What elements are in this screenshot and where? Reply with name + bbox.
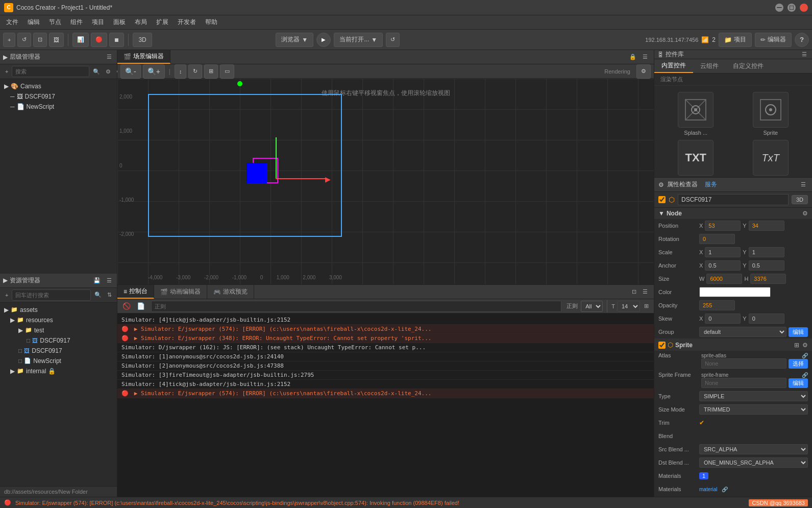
refresh-button[interactable]: ↺ xyxy=(17,33,31,47)
prop-inspector-menu-button[interactable]: ☰ xyxy=(799,180,808,189)
node-section-gear-icon[interactable]: ⚙ xyxy=(802,210,808,217)
layer-item-newscript[interactable]: ─ 📄 NewScript xyxy=(0,102,117,112)
error-expand-8[interactable]: ▶ xyxy=(134,390,138,397)
close-button[interactable] xyxy=(800,4,808,12)
asset-search-button[interactable]: 🔍 xyxy=(92,291,104,299)
error-expand-1[interactable]: ▶ xyxy=(134,326,138,332)
position-x-input[interactable] xyxy=(705,221,741,231)
layer-item-dscf0917[interactable]: ─ 🖼 DSCF0917 xyxy=(0,91,117,102)
size-mode-select[interactable]: TRIMMED xyxy=(699,404,808,415)
control-lib-menu-button[interactable]: ☰ xyxy=(800,50,809,59)
console-search-input[interactable] xyxy=(151,301,561,312)
toolbar-refresh-button[interactable]: ↺ xyxy=(386,33,400,47)
menu-edit[interactable]: 编辑 xyxy=(23,16,44,28)
error-expand-2[interactable]: ▶ xyxy=(134,335,138,342)
menu-project[interactable]: 项目 xyxy=(88,16,108,28)
anchor-x-input[interactable] xyxy=(705,260,741,271)
group-edit-button[interactable]: 编辑 xyxy=(789,327,808,337)
scene-extra-button[interactable]: ⚙ xyxy=(636,64,651,79)
dst-blend-select[interactable]: ONE_MINUS_SRC_ALPHA xyxy=(699,457,808,468)
asset-item-newscript[interactable]: □ 📄 NewScript xyxy=(0,356,117,366)
maximize-button[interactable]: □ xyxy=(788,4,796,12)
fit-button[interactable]: ⊡ xyxy=(33,33,47,47)
opacity-input[interactable] xyxy=(699,300,735,310)
scene-canvas[interactable]: 使用鼠标右键平移视窗焦点，使用滚轮缩放视图 2,000 1,000 0 -1,0… xyxy=(117,79,654,284)
atlas-value-input[interactable] xyxy=(701,358,786,369)
add-node-button[interactable]: + xyxy=(3,33,15,47)
menu-component[interactable]: 组件 xyxy=(66,16,87,28)
layer-search-button[interactable]: 🔍 xyxy=(91,67,102,76)
asset-save-button[interactable]: 💾 xyxy=(91,276,103,285)
log-level-select[interactable]: All xyxy=(581,301,603,312)
asset-item-dscf[interactable]: □ 🖼 DSCF0917 xyxy=(0,346,117,356)
rotation-input[interactable] xyxy=(699,234,735,244)
layer-item-canvas[interactable]: ▶ 🎨 Canvas xyxy=(0,81,117,91)
console-expand-button[interactable]: ⊞ xyxy=(642,302,651,310)
control-splash[interactable]: Splash ... xyxy=(660,92,731,136)
rect-tool-button[interactable]: ▭ xyxy=(220,64,234,79)
minimize-button[interactable]: ─ xyxy=(775,4,783,12)
asset-menu-button[interactable]: ☰ xyxy=(105,276,114,285)
scale-x-input[interactable] xyxy=(705,247,741,257)
tab-animation-editor[interactable]: 🎬 动画编辑器 xyxy=(154,285,207,299)
sim-button[interactable]: 📊 xyxy=(72,33,89,47)
scene-menu-button[interactable]: ☰ xyxy=(641,53,650,61)
type-select[interactable]: SIMPLE xyxy=(699,391,808,401)
screenshot-button[interactable]: 🖼 xyxy=(49,33,64,47)
node-section-header[interactable]: ▼ Node ⚙ xyxy=(654,208,812,219)
service-tab[interactable]: 服务 xyxy=(701,179,721,190)
stop-button[interactable]: ⏹ xyxy=(109,33,124,47)
layer-filter-button[interactable]: ⚙ xyxy=(104,67,113,76)
font-size-select[interactable]: 14 xyxy=(617,301,640,312)
add-layer-button[interactable]: + xyxy=(3,67,10,76)
menu-extend[interactable]: 扩展 xyxy=(152,16,173,28)
color-picker[interactable] xyxy=(699,287,771,297)
asset-item-test[interactable]: ▶ 📁 test xyxy=(0,325,117,335)
open-dropdown-button[interactable]: 当前打开... ▼ xyxy=(334,33,383,47)
control-sprite[interactable]: Sprite xyxy=(735,92,806,136)
menu-file[interactable]: 文件 xyxy=(2,16,22,28)
rotate-tool-button[interactable]: ↻ xyxy=(188,64,202,79)
scene-blue-object[interactable] xyxy=(247,163,267,183)
tab-scene-editor[interactable]: 🎬 场景编辑器 xyxy=(117,50,170,64)
asset-item-internal[interactable]: ▶ 📁 internal 🔒 xyxy=(0,366,117,376)
menu-layout[interactable]: 布局 xyxy=(131,16,151,28)
group-select[interactable]: default xyxy=(699,327,786,337)
editor-button[interactable]: ✏ 编辑器 xyxy=(755,33,792,47)
asset-search-input[interactable] xyxy=(12,289,91,301)
atlas-choose-button[interactable]: 选择 xyxy=(789,359,808,369)
anchor-y-input[interactable] xyxy=(749,260,784,271)
tab-console[interactable]: ≡ 控制台 xyxy=(117,285,154,299)
menu-help[interactable]: 帮助 xyxy=(201,16,222,28)
sprite-frame-edit-button[interactable]: 编辑 xyxy=(789,378,808,388)
src-blend-select[interactable]: SRC_ALPHA xyxy=(699,444,808,454)
asset-sort-button[interactable]: ⇅ xyxy=(105,291,114,299)
position-y-input[interactable] xyxy=(749,221,784,231)
console-file-button[interactable]: 📄 xyxy=(135,301,147,311)
skew-y-input[interactable] xyxy=(749,313,784,324)
sprite-active-checkbox[interactable] xyxy=(658,342,666,349)
skew-x-input[interactable] xyxy=(705,313,741,324)
console-clear-button[interactable]: 🚫 xyxy=(120,301,133,311)
asset-item-dscf-nested[interactable]: □ 🖼 DSCF0917 xyxy=(0,335,117,346)
move-tool-button[interactable]: ↕ xyxy=(175,64,187,79)
menu-developer[interactable]: 开发者 xyxy=(174,16,200,28)
3d-toggle-button[interactable]: 3D xyxy=(133,33,152,47)
scale-tool-button[interactable]: ⊞ xyxy=(204,64,218,79)
layer-manager-menu-button[interactable]: ☰ xyxy=(105,53,114,61)
debug-button[interactable]: 🔴 xyxy=(91,33,107,47)
sprite-copy-icon[interactable]: ⊞ xyxy=(794,342,799,349)
node-name-input[interactable] xyxy=(678,194,789,205)
tab-custom-controls[interactable]: 自定义控件 xyxy=(726,60,771,72)
play-button[interactable] xyxy=(316,33,331,47)
asset-item-resources[interactable]: ▶ 📁 resources xyxy=(0,315,117,325)
tab-cloud-components[interactable]: 云组件 xyxy=(693,60,726,72)
scene-lock-button[interactable]: 🔒 xyxy=(627,53,638,61)
size-w-input[interactable] xyxy=(706,274,742,284)
layer-search-input[interactable] xyxy=(12,66,89,77)
console-menu-button[interactable]: ☰ xyxy=(641,287,650,296)
node-active-checkbox[interactable] xyxy=(658,196,666,203)
add-asset-button[interactable]: + xyxy=(3,291,10,299)
zoom-in-button[interactable]: 🔍+ xyxy=(143,64,165,79)
browser-dropdown-button[interactable]: 浏览器 ▼ xyxy=(276,33,313,47)
